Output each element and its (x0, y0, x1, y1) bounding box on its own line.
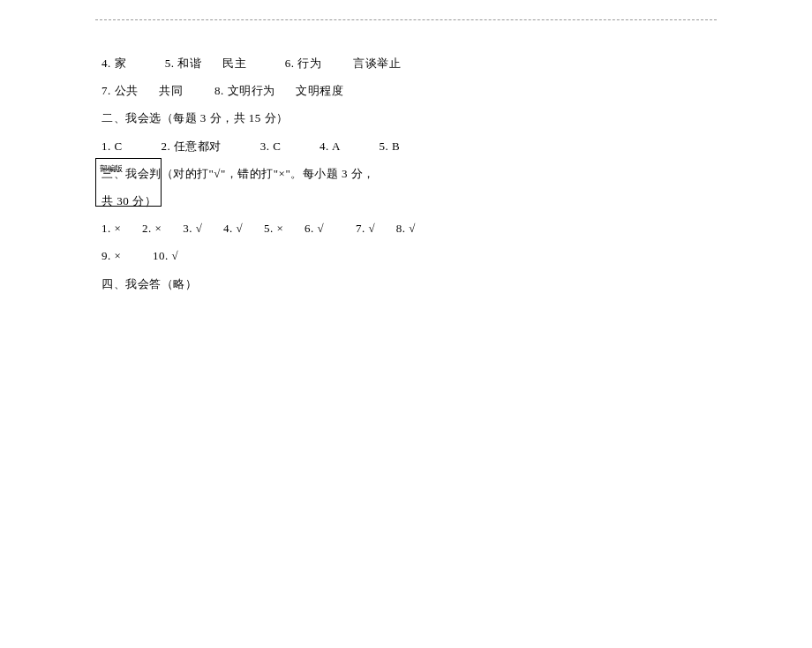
ans-2: 2. 任意都对 (161, 139, 222, 153)
ans-1: 1. C (102, 139, 123, 153)
item-4: 4. 家 (102, 57, 126, 70)
section-2-text: 二、我会选（每题 3 分，共 15 分） (102, 111, 289, 124)
tf-10: 10. √ (153, 249, 178, 262)
line-1: 4. 家 5. 和谐 民主 6. 行为 言谈举止 (102, 49, 552, 77)
section-2-header: 二、我会选（每题 3 分，共 15 分） (102, 104, 552, 132)
item-7b: 共同 (159, 84, 183, 97)
top-divider (95, 19, 717, 20)
line-2: 7. 公共 共同 8. 文明行为 文明程度 (102, 77, 552, 104)
tf-1: 1. × (102, 222, 121, 235)
line-4: 1. C 2. 任意都对 3. C 4. A 5. B (102, 132, 552, 160)
document-content: 4. 家 5. 和谐 民主 6. 行为 言谈举止 7. 公共 共同 8. 文明行… (102, 49, 552, 298)
ans-5: 5. B (380, 139, 401, 153)
line-8: 9. × 10. √ (102, 242, 552, 269)
item-8a: 8. 文明行为 (214, 84, 275, 97)
tf-3: 3. √ (183, 222, 202, 235)
tf-8: 8. √ (396, 222, 416, 235)
tf-7: 7. √ (356, 222, 375, 235)
line-7: 1. × 2. × 3. √ 4. √ 5. × 6. √ 7. √ 8. √ (102, 215, 552, 242)
tf-4: 4. √ (223, 222, 243, 235)
item-6b: 言谈举止 (353, 57, 401, 70)
tf-9: 9. × (102, 249, 121, 262)
tf-2: 2. × (142, 222, 162, 235)
section-3-cont-text: 共 30 分） (102, 194, 156, 207)
section-3-cont: 共 30 分） (102, 187, 552, 215)
section-4-text: 四、我会答（略） (102, 277, 197, 290)
section-3-header: 三、我会判（对的打"√"，错的打"×"。每小题 3 分， (102, 160, 552, 187)
item-5a: 5. 和谐 (165, 57, 202, 70)
item-7a: 7. 公共 (102, 84, 139, 97)
item-6a: 6. 行为 (285, 57, 322, 70)
tf-6: 6. √ (304, 222, 324, 235)
stamp-label: 部编版 (100, 165, 123, 174)
tf-5: 5. × (264, 222, 283, 235)
item-8b: 文明程度 (296, 84, 343, 97)
item-5b: 民主 (222, 57, 246, 70)
ans-3: 3. C (260, 139, 282, 153)
section-3-text: 三、我会判（对的打"√"，错的打"×"。每小题 3 分， (102, 167, 375, 180)
section-4: 四、我会答（略） (102, 270, 552, 298)
ans-4: 4. A (320, 139, 341, 153)
